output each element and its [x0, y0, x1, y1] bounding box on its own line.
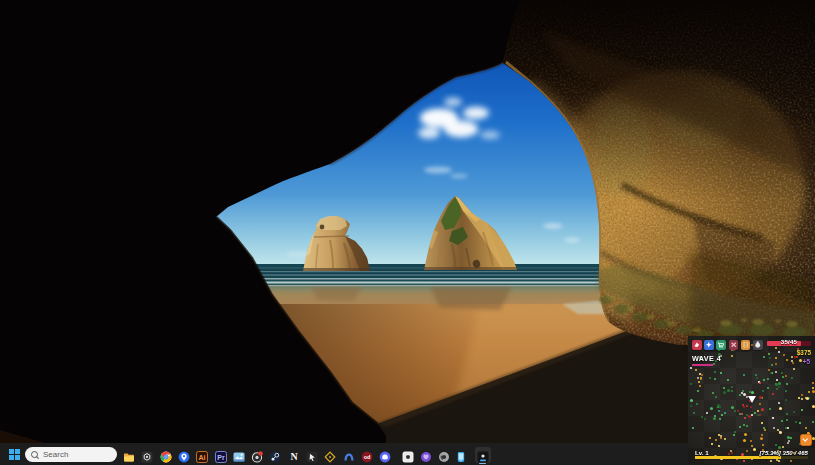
svg-text:Ai: Ai: [199, 454, 206, 461]
svg-text:N: N: [290, 451, 298, 462]
svg-text:Pr: Pr: [217, 454, 225, 461]
svg-text:od: od: [364, 454, 371, 460]
